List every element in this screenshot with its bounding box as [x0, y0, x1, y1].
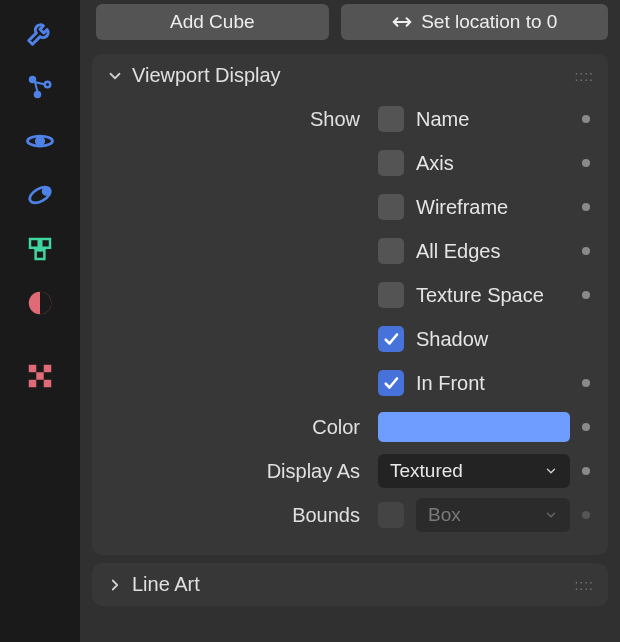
color-swatch[interactable]: [378, 412, 570, 442]
properties-content: Add Cube Set location to 0 Viewport Disp…: [80, 0, 620, 642]
option-shadow: Shadow: [416, 328, 488, 351]
anim-dot[interactable]: [582, 423, 590, 431]
checkbox-texture-space[interactable]: [378, 282, 404, 308]
anim-dot[interactable]: [582, 379, 590, 387]
panel-title-line-art: Line Art: [132, 573, 200, 596]
svg-rect-13: [36, 372, 44, 380]
set-location-button[interactable]: Set location to 0: [341, 4, 608, 40]
checkbox-axis[interactable]: [378, 150, 404, 176]
checkbox-shadow[interactable]: [378, 326, 404, 352]
bounds-type-select: Box: [416, 498, 570, 532]
viewport-display-panel: Viewport Display :::: Show Name A: [92, 54, 608, 555]
constraints-tab-icon[interactable]: [18, 173, 62, 217]
chevron-down-icon: [544, 464, 558, 478]
option-axis: Axis: [416, 152, 454, 175]
physics-tab-icon[interactable]: [18, 119, 62, 163]
checkbox-wireframe[interactable]: [378, 194, 404, 220]
properties-tabs: [0, 0, 80, 642]
svg-rect-15: [44, 380, 52, 388]
bounds-type-value: Box: [428, 504, 544, 526]
color-label: Color: [92, 416, 378, 439]
texture-tab-icon[interactable]: [18, 354, 62, 398]
arrows-horizontal-icon: [391, 11, 413, 33]
drag-handle-icon[interactable]: ::::: [574, 68, 594, 84]
add-cube-button[interactable]: Add Cube: [96, 4, 329, 40]
modifiers-tab-icon[interactable]: [18, 11, 62, 55]
option-in-front: In Front: [416, 372, 485, 395]
svg-point-3: [36, 137, 44, 145]
line-art-panel: Line Art ::::: [92, 563, 608, 606]
svg-rect-11: [29, 365, 37, 373]
material-tab-icon[interactable]: [18, 281, 62, 325]
display-as-select[interactable]: Textured: [378, 454, 570, 488]
svg-point-6: [43, 188, 49, 194]
svg-point-1: [45, 82, 51, 88]
add-cube-label: Add Cube: [170, 11, 255, 33]
anim-dot[interactable]: [582, 467, 590, 475]
svg-rect-7: [30, 239, 39, 248]
anim-dot[interactable]: [582, 115, 590, 123]
anim-dot[interactable]: [582, 291, 590, 299]
data-tab-icon[interactable]: [18, 227, 62, 271]
anim-dot[interactable]: [582, 203, 590, 211]
svg-rect-14: [29, 380, 37, 388]
set-location-label: Set location to 0: [421, 11, 557, 33]
display-as-label: Display As: [92, 460, 378, 483]
svg-rect-9: [36, 250, 45, 259]
panel-header-line-art[interactable]: Line Art ::::: [92, 563, 608, 606]
svg-rect-12: [44, 365, 52, 373]
panel-title: Viewport Display: [132, 64, 281, 87]
drag-handle-icon[interactable]: ::::: [574, 577, 594, 593]
checkbox-name[interactable]: [378, 106, 404, 132]
option-all-edges: All Edges: [416, 240, 501, 263]
bounds-label: Bounds: [92, 504, 378, 527]
chevron-right-icon: [106, 576, 124, 594]
show-label: Show: [92, 108, 378, 131]
checkbox-all-edges[interactable]: [378, 238, 404, 264]
svg-rect-8: [41, 239, 50, 248]
anim-dot[interactable]: [582, 511, 590, 519]
chevron-down-icon: [106, 67, 124, 85]
svg-point-5: [27, 184, 53, 206]
panel-header-viewport-display[interactable]: Viewport Display ::::: [92, 54, 608, 97]
anim-dot[interactable]: [582, 159, 590, 167]
display-as-value: Textured: [390, 460, 544, 482]
anim-dot[interactable]: [582, 247, 590, 255]
particles-tab-icon[interactable]: [18, 65, 62, 109]
option-texture-space: Texture Space: [416, 284, 544, 307]
option-wireframe: Wireframe: [416, 196, 508, 219]
checkbox-bounds[interactable]: [378, 502, 404, 528]
checkbox-in-front[interactable]: [378, 370, 404, 396]
option-name: Name: [416, 108, 469, 131]
chevron-down-icon: [544, 508, 558, 522]
